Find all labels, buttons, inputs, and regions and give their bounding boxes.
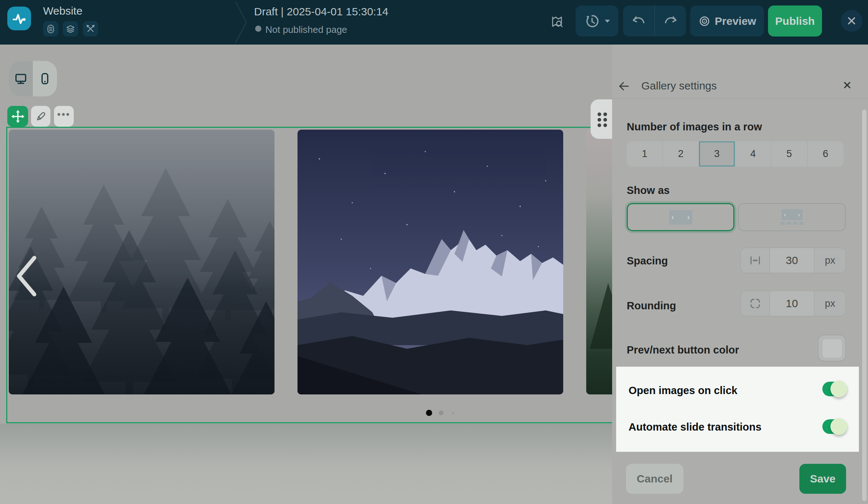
- document-icon: [45, 23, 57, 35]
- back-button[interactable]: [618, 80, 630, 92]
- close-icon: [846, 15, 857, 26]
- device-toggle: [9, 61, 57, 96]
- mobile-icon: [37, 71, 53, 87]
- chevron-left-glyph: ‹: [672, 213, 674, 221]
- desktop-view-button[interactable]: [9, 61, 33, 96]
- prev-next-color-label: Prev/next button color: [627, 344, 739, 356]
- open-images-toggle-knob[interactable]: [830, 381, 847, 397]
- layers-icon: [65, 23, 76, 35]
- images-per-row-label: Number of images in a row: [627, 121, 762, 133]
- status-dot: [255, 26, 261, 32]
- show-as-thumbnails-option[interactable]: ‹ ›: [738, 203, 846, 231]
- close-editor-button[interactable]: [841, 10, 863, 32]
- thumb: [780, 222, 785, 225]
- thumbnails-layout-icon: ‹ ›: [780, 209, 804, 225]
- history-button[interactable]: [576, 5, 618, 37]
- save-label: Save: [810, 473, 836, 485]
- close-icon: [842, 80, 853, 91]
- app-logo[interactable]: [7, 7, 31, 30]
- carousel-prev-button[interactable]: [15, 256, 37, 297]
- design-tools-button[interactable]: [83, 21, 98, 37]
- rounding-value-input[interactable]: 10: [770, 291, 814, 316]
- highlighted-settings-section: [616, 367, 859, 452]
- thumb: [787, 222, 791, 225]
- undo-icon: [631, 14, 646, 29]
- show-as-label: Show as: [627, 184, 670, 197]
- chevron-right-glyph: ›: [798, 211, 800, 218]
- automate-slides-toggle-knob[interactable]: [830, 418, 847, 435]
- spacing-unit: px: [814, 248, 846, 273]
- preview-label: Preview: [715, 15, 756, 27]
- arrow-left-icon: [618, 80, 630, 92]
- mobile-view-button[interactable]: [33, 61, 57, 96]
- page-search-icon: [550, 14, 564, 28]
- desktop-icon: [13, 71, 29, 87]
- row-count-option-5[interactable]: 5: [771, 141, 807, 167]
- spacing-label: Spacing: [627, 255, 668, 267]
- chevron-down-icon: [604, 19, 610, 23]
- row-count-option-2[interactable]: 2: [663, 141, 699, 167]
- publish-status-text: Not published page: [265, 24, 347, 35]
- site-name: Website: [43, 5, 82, 17]
- chevron-left-glyph: ‹: [784, 211, 786, 218]
- rounding-label: Rounding: [627, 299, 676, 312]
- redo-icon: [663, 14, 678, 29]
- open-images-label: Open images on click: [629, 385, 737, 397]
- thumb: [799, 222, 804, 225]
- editor-window: Website Draft | 2025-04-01 15:30:14 Not …: [0, 0, 868, 504]
- top-bar: Website Draft | 2025-04-01 15:30:14 Not …: [0, 0, 868, 45]
- row-count-option-6[interactable]: 6: [807, 141, 844, 167]
- show-as-carousel-option-selected[interactable]: ‹ ›: [627, 203, 734, 231]
- thumb-strip: [780, 222, 804, 225]
- chevron-left-icon: [15, 256, 37, 297]
- block-selection-frame: [6, 127, 613, 423]
- spacing-input-group: 30 px: [740, 248, 846, 273]
- panel-title: Gallery settings: [641, 80, 717, 92]
- panel-close-button[interactable]: [842, 80, 853, 91]
- thumb: [793, 222, 798, 225]
- color-swatch-inner: [822, 339, 842, 358]
- cancel-button[interactable]: Cancel: [626, 464, 683, 494]
- draft-status: Draft | 2025-04-01 15:30:14: [254, 5, 388, 18]
- carousel-dot-active[interactable]: [426, 410, 432, 416]
- row-count-option-1[interactable]: 1: [627, 141, 663, 167]
- more-options-button[interactable]: •••: [54, 106, 74, 127]
- rounding-unit: px: [814, 291, 846, 316]
- spacing-icon: [741, 248, 770, 273]
- carousel-dot[interactable]: [452, 412, 454, 415]
- automate-slides-label: Automate slide transitions: [629, 421, 761, 433]
- chevron-right-glyph: ›: [687, 213, 690, 221]
- history-icon: [584, 13, 600, 29]
- pencil-icon: [34, 110, 47, 123]
- thumb-slide: ‹ ›: [781, 209, 803, 220]
- layers-button[interactable]: [63, 21, 78, 37]
- save-button[interactable]: Save: [799, 464, 846, 494]
- redo-button[interactable]: [655, 14, 686, 29]
- pulse-icon: [11, 10, 28, 27]
- publish-button[interactable]: Publish: [768, 5, 822, 37]
- preview-button[interactable]: Preview: [690, 5, 764, 37]
- row-count-option-3-selected[interactable]: 3: [699, 141, 735, 167]
- pages-button[interactable]: [43, 21, 58, 37]
- breadcrumb-chevron-icon: [235, 1, 248, 43]
- rounding-input-group: 10 px: [740, 291, 846, 316]
- panel-scrollbar[interactable]: [862, 110, 867, 501]
- page-background: [0, 424, 612, 504]
- undo-button[interactable]: [623, 14, 654, 29]
- publish-label: Publish: [775, 15, 815, 27]
- page-search-button[interactable]: [550, 14, 564, 28]
- prev-next-color-swatch[interactable]: [818, 335, 846, 362]
- design-tools-icon: [85, 23, 96, 35]
- spacing-value-input[interactable]: 30: [770, 248, 814, 273]
- edit-block-button[interactable]: [31, 106, 50, 127]
- eye-icon: [698, 15, 711, 28]
- rounding-icon: [741, 291, 770, 316]
- carousel-layout-icon: ‹ ›: [669, 210, 692, 225]
- cancel-label: Cancel: [637, 473, 672, 485]
- move-block-button[interactable]: [7, 106, 28, 127]
- carousel-dot[interactable]: [439, 411, 443, 415]
- move-icon: [11, 109, 25, 124]
- ellipsis-icon: •••: [57, 109, 70, 124]
- row-count-option-4[interactable]: 4: [735, 141, 771, 167]
- images-per-row-segmented: 1 2 3 4 5 6: [627, 141, 844, 167]
